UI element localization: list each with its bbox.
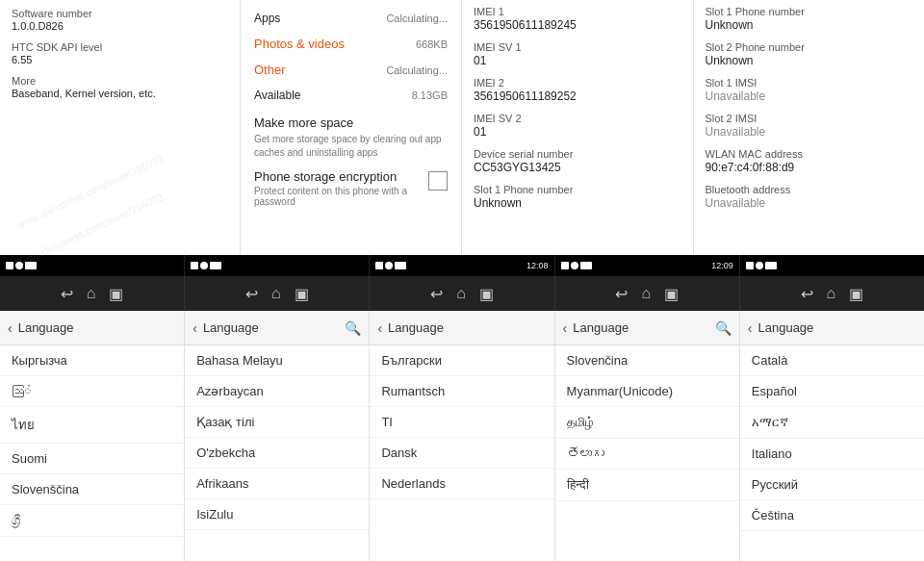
row-label: IMEI 2 xyxy=(474,77,681,89)
row-label: Slot 1 Phone number xyxy=(706,6,913,17)
apps-storage-item[interactable]: Apps Calculating... xyxy=(241,6,461,31)
center-info-row: IMEI SV 101 xyxy=(474,41,681,67)
photos-label: Photos & videos xyxy=(254,37,345,51)
home-button-1[interactable]: ⌂ xyxy=(87,285,96,302)
nav-col-3: ↩ ⌂ ▣ xyxy=(370,276,554,311)
language-item[interactable]: Azərbaycan xyxy=(185,376,369,407)
lang-title-3: Language xyxy=(388,320,547,335)
more-value: Baseband, Kernel version, etc. xyxy=(12,88,228,99)
language-item[interactable]: Nederlands xyxy=(370,469,553,499)
recents-button-5[interactable]: ▣ xyxy=(849,285,863,303)
language-item[interactable]: Slovenčina xyxy=(555,345,739,376)
language-item[interactable]: Bahasa Melayu xyxy=(185,345,369,376)
nav-col-5: ↩ ⌂ ▣ xyxy=(740,276,924,311)
language-item[interactable]: ශ්‍රී xyxy=(0,505,184,537)
imei-panel: IMEI 13561950611189245IMEI SV 101IMEI 23… xyxy=(462,0,694,255)
home-button-3[interactable]: ⌂ xyxy=(456,285,466,302)
lang-list-col-1: Кыргызчаဩ꥓ไทยSuomiSlovenščinaශ්‍රී xyxy=(0,345,185,561)
language-item[interactable]: ไทย xyxy=(0,407,184,444)
language-item[interactable]: Қазақ тілі xyxy=(185,407,369,438)
lang-back-4[interactable]: ‹ xyxy=(563,320,568,336)
row-label: IMEI SV 2 xyxy=(474,113,681,124)
lang-search-2[interactable]: 🔍 xyxy=(345,320,361,336)
lang-back-2[interactable]: ‹ xyxy=(192,320,197,336)
lang-back-5[interactable]: ‹ xyxy=(748,320,753,336)
status-col-5 xyxy=(740,255,924,276)
lang-list-col-5: CatalàEspañolአማርኛItalianoРусскийČeština xyxy=(740,345,924,561)
language-item[interactable]: አማርኛ xyxy=(740,407,924,439)
home-button-5[interactable]: ⌂ xyxy=(827,285,836,302)
other-storage-item[interactable]: Other Calculating... xyxy=(241,57,461,83)
lang-list-col-4: SlovenčinaMyanmar(Unicode)தமிழ்తెలుగుहिन… xyxy=(555,345,740,561)
make-more-space-title: Make more space xyxy=(254,115,448,130)
photos-storage-item[interactable]: Photos & videos 668KB xyxy=(241,31,461,57)
lang-back-3[interactable]: ‹ xyxy=(377,320,382,336)
recents-button-2[interactable]: ▣ xyxy=(295,285,309,303)
language-item[interactable]: Čeština xyxy=(740,500,924,531)
recents-button-1[interactable]: ▣ xyxy=(109,285,123,303)
wifi-icon xyxy=(15,262,23,269)
row-value: 3561950611189245 xyxy=(474,18,681,32)
lang-col-2: ‹ Language 🔍 xyxy=(185,311,370,344)
wifi-icon-2 xyxy=(200,262,208,269)
language-item[interactable]: Català xyxy=(740,345,924,376)
signal-icon-3 xyxy=(375,262,383,269)
language-item[interactable]: IsiZulu xyxy=(185,499,369,530)
language-item[interactable]: Italiano xyxy=(740,439,924,470)
status-time-4: 12:09 xyxy=(711,261,733,270)
back-button-1[interactable]: ↩ xyxy=(61,285,73,303)
lang-title-5: Language xyxy=(757,320,916,335)
language-item[interactable]: Español xyxy=(740,376,924,407)
nav-col-1: ↩ ⌂ ▣ xyxy=(0,276,185,311)
status-time-3: 12:08 xyxy=(526,261,549,270)
signal-icon-4 xyxy=(561,262,569,269)
wifi-icon-4 xyxy=(571,262,578,269)
home-button-4[interactable]: ⌂ xyxy=(641,285,651,302)
signal-icon-2 xyxy=(191,262,198,269)
recents-button-4[interactable]: ▣ xyxy=(664,285,679,303)
lang-title-2: Language xyxy=(203,320,340,335)
row-label: Slot 2 Phone number xyxy=(706,41,913,53)
status-icons-2 xyxy=(191,262,221,269)
language-item[interactable]: TI xyxy=(370,407,553,438)
other-label: Other xyxy=(254,63,286,77)
language-item[interactable]: Кыргызча xyxy=(0,345,184,376)
phone-storage-item[interactable]: Phone storage encryption Protect content… xyxy=(241,164,461,213)
lang-col-5: ‹ Language xyxy=(740,311,924,344)
photos-value: 668KB xyxy=(416,38,448,50)
language-item[interactable]: Русский xyxy=(740,470,924,500)
language-item[interactable]: Dansk xyxy=(370,438,553,469)
language-item[interactable]: Български xyxy=(370,345,553,376)
back-button-3[interactable]: ↩ xyxy=(430,285,443,303)
language-item[interactable]: हिन्दी xyxy=(555,470,739,501)
row-value: Unknown xyxy=(706,18,913,32)
status-bars: 12:08 12:09 xyxy=(0,255,924,276)
center-info-row: Slot 1 Phone numberUnknown xyxy=(474,184,681,210)
signal-icon-5 xyxy=(746,262,754,269)
software-number-value: 1.0.0.D826 xyxy=(12,20,228,32)
language-item[interactable]: Slovenščina xyxy=(0,474,184,505)
language-item[interactable]: O'zbekcha xyxy=(185,438,369,469)
right-info-row: Bluetooth addressUnavailable xyxy=(706,184,913,210)
right-info-row: Slot 2 Phone numberUnknown xyxy=(706,41,913,67)
language-item[interactable]: Myanmar(Unicode) xyxy=(555,376,739,407)
software-number-label: Software number xyxy=(12,8,228,19)
phone-storage-checkbox[interactable] xyxy=(428,171,448,191)
available-label: Available xyxy=(254,89,300,102)
recents-button-3[interactable]: ▣ xyxy=(479,285,494,303)
language-item[interactable]: తెలుగు xyxy=(555,439,739,470)
lang-search-4[interactable]: 🔍 xyxy=(715,320,732,336)
make-more-space-item[interactable]: Make more space Get more storage space b… xyxy=(241,108,461,164)
language-item[interactable]: ဩ꥓ xyxy=(0,376,184,407)
back-button-2[interactable]: ↩ xyxy=(245,285,258,303)
language-item[interactable]: Suomi xyxy=(0,444,184,474)
home-button-2[interactable]: ⌂ xyxy=(271,285,281,302)
back-button-5[interactable]: ↩ xyxy=(801,285,813,303)
language-item[interactable]: Rumantsch xyxy=(370,376,553,407)
row-value: 01 xyxy=(474,125,681,139)
language-item[interactable]: Afrikaans xyxy=(185,469,369,499)
lang-back-1[interactable]: ‹ xyxy=(8,320,13,336)
battery-icon-3 xyxy=(395,262,406,269)
back-button-4[interactable]: ↩ xyxy=(615,285,628,303)
language-item[interactable]: தமிழ் xyxy=(555,407,739,439)
